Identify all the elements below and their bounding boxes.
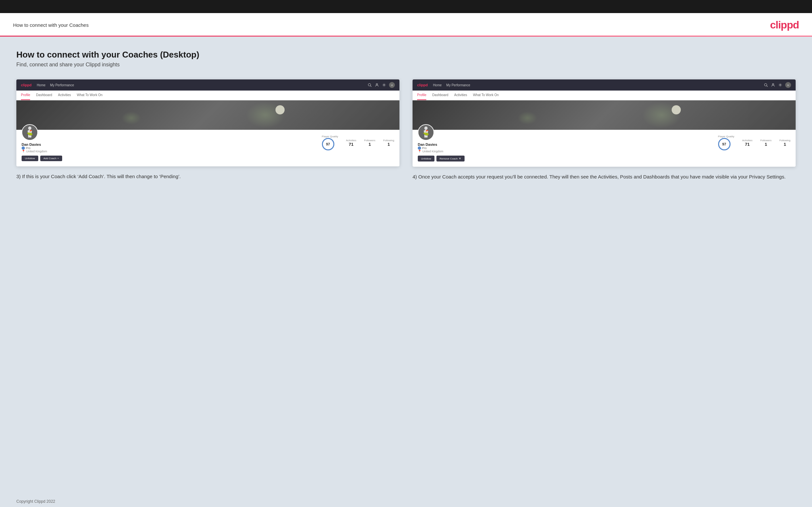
activities-label-1: Activities (346, 139, 356, 142)
add-coach-button-1[interactable]: Add Coach + (40, 156, 62, 161)
screenshot-col-1: clippd Home My Performance (16, 79, 399, 181)
mini-username-2: Dan Davies (418, 143, 443, 147)
pin-icon-2: 📍 (418, 150, 421, 153)
svg-point-4 (28, 126, 32, 130)
activities-stat-2: Activities 71 (742, 139, 753, 147)
svg-rect-16 (424, 130, 426, 134)
header: How to connect with your Coaches clippd (0, 13, 812, 36)
mini-avatar-1 (21, 124, 38, 140)
verified-icon-1 (21, 147, 25, 150)
screenshot-frame-1: clippd Home My Performance (16, 79, 399, 166)
svg-point-14 (424, 126, 427, 130)
tab-whattoworkon-2[interactable]: What To Work On (473, 91, 499, 100)
followers-label-2: Followers (760, 139, 771, 142)
tab-whattoworkon-1[interactable]: What To Work On (77, 91, 103, 100)
remove-coach-button[interactable]: Remove Coach ✕ (437, 156, 465, 162)
mini-tabs-2: Profile Dashboard Activities What To Wor… (413, 91, 796, 100)
svg-point-10 (765, 84, 767, 86)
player-quality-circle-2: 97 (718, 138, 730, 150)
settings-icon-1 (382, 83, 386, 87)
svg-rect-8 (28, 134, 30, 137)
role-text-2: Pro (422, 147, 426, 150)
svg-line-1 (370, 86, 371, 87)
tab-dashboard-1[interactable]: Dashboard (36, 91, 52, 100)
svg-point-3 (384, 84, 385, 86)
following-label-1: Following (383, 139, 394, 142)
tab-profile-1[interactable]: Profile (21, 91, 30, 100)
activities-value-2: 71 (742, 142, 753, 147)
footer-text: Copyright Clippd 2022 (16, 499, 55, 504)
mini-nav-links-2: Home My Performance (433, 83, 758, 87)
svg-rect-9 (30, 134, 32, 137)
location-text-1: United Kingdom (26, 150, 47, 153)
activities-label-2: Activities (742, 139, 753, 142)
svg-point-0 (368, 84, 371, 86)
player-quality-wrap-1: Player Quality 97 (322, 135, 338, 150)
user-icon-2 (771, 83, 775, 87)
tab-dashboard-2[interactable]: Dashboard (432, 91, 448, 100)
plus-icon-1: + (57, 157, 59, 160)
player-quality-label-1: Player Quality (322, 135, 338, 138)
mini-stats-2: Player Quality 97 Activities 71 Follower… (718, 135, 791, 150)
mini-nav-2: clippd Home My Performance (413, 79, 796, 91)
svg-rect-6 (28, 130, 30, 134)
svg-point-13 (779, 84, 781, 86)
tab-activities-2[interactable]: Activities (454, 91, 467, 100)
mini-nav-performance-2: My Performance (446, 83, 470, 87)
mini-username-1: Dan Davies (21, 143, 47, 147)
caption-2: 4) Once your Coach accepts your request … (413, 173, 796, 181)
tab-profile-2[interactable]: Profile (417, 91, 426, 100)
screenshot-col-2: clippd Home My Performance (413, 79, 796, 181)
unfollow-button-1[interactable]: Unfollow (21, 156, 38, 161)
main-content: How to connect with your Coaches (Deskto… (0, 37, 812, 496)
svg-rect-5 (29, 130, 31, 134)
mini-profile-banner-2 (413, 100, 796, 130)
tab-activities-1[interactable]: Activities (58, 91, 71, 100)
mini-nav-home-1: Home (37, 83, 46, 87)
followers-value-1: 1 (364, 142, 375, 147)
mini-banner-img-1 (16, 100, 399, 130)
following-label-2: Following (779, 139, 791, 142)
mini-user-role-1: Pro (21, 147, 47, 150)
mini-logo-1: clippd (21, 83, 32, 87)
following-value-2: 1 (779, 142, 791, 147)
settings-icon-2 (778, 83, 782, 87)
unfollow-button-2[interactable]: Unfollow (418, 156, 435, 162)
mini-user-location-1: 📍 United Kingdom (21, 150, 47, 153)
page-wrapper: How to connect with your Coaches clippd … (0, 13, 812, 507)
player-quality-label-2: Player Quality (718, 135, 734, 138)
svg-rect-18 (424, 134, 426, 137)
svg-point-2 (376, 84, 378, 85)
search-icon-2 (764, 83, 768, 87)
following-stat-1: Following 1 (383, 139, 394, 147)
followers-label-1: Followers (364, 139, 375, 142)
mini-user-info-2: Dan Davies Pro 📍 United Kingdom (418, 143, 443, 153)
screenshot-frame-2: clippd Home My Performance (413, 79, 796, 167)
svg-rect-19 (426, 134, 427, 137)
page-subheading: Find, connect and share your Clippd insi… (16, 62, 796, 68)
pin-icon-1: 📍 (21, 150, 25, 153)
mini-profile-banner-1 (16, 100, 399, 130)
mini-avatar-nav-1: U (389, 82, 395, 88)
activities-value-1: 71 (346, 142, 356, 147)
mini-user-location-2: 📍 United Kingdom (418, 150, 443, 153)
header-title: How to connect with your Coaches (13, 22, 89, 28)
page-heading: How to connect with your Coaches (Deskto… (16, 50, 796, 60)
mini-nav-icons-1: U (367, 82, 395, 88)
mini-avatar-2 (418, 124, 434, 140)
svg-rect-17 (426, 130, 428, 134)
search-icon-1 (367, 83, 372, 87)
mini-nav-icons-2: U (764, 82, 791, 88)
player-quality-circle-1: 97 (322, 138, 334, 150)
mini-user-info-1: Dan Davies Pro 📍 United Kingdom (21, 143, 47, 153)
top-bar (0, 0, 812, 13)
mini-buttons-2: Unfollow Remove Coach ✕ (418, 156, 465, 162)
mini-profile-body-1: Dan Davies Pro 📍 United Kingdom (16, 130, 399, 166)
player-quality-wrap-2: Player Quality 97 (718, 135, 734, 150)
user-icon-1 (374, 83, 379, 87)
golfer-icon-2 (418, 125, 434, 140)
mini-user-role-2: Pro (418, 147, 443, 150)
mini-tabs-1: Profile Dashboard Activities What To Wor… (16, 91, 399, 100)
mini-banner-img-2 (413, 100, 796, 130)
svg-rect-7 (30, 130, 32, 134)
